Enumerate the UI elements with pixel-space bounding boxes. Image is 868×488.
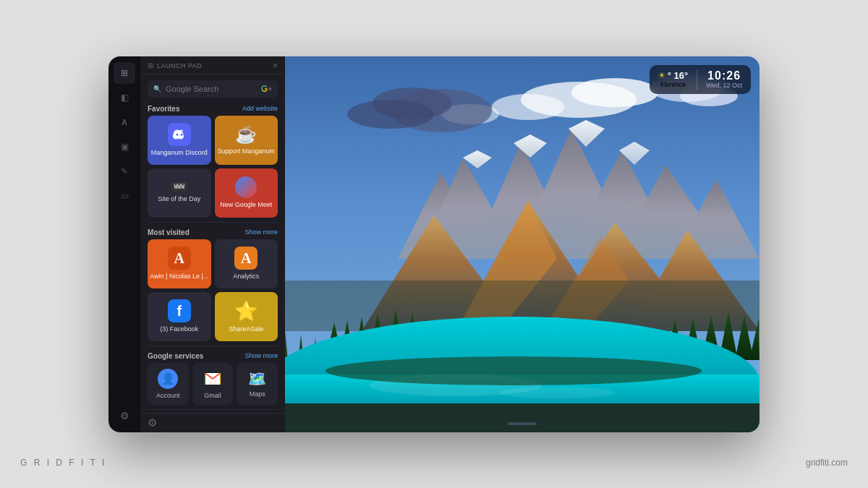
weather-widget: ☀ ° 16° Florence 10:26 Wed, 12 Oct	[650, 65, 751, 94]
service-account-label: Account	[156, 392, 180, 399]
tile-support[interactable]: ☕ Support Manganum	[215, 116, 278, 165]
weather-city: Florence	[660, 81, 686, 88]
tile-gmeet-label: New Google Meet	[220, 201, 272, 209]
sidebar-icon-column: ⊞ ◧ A ▣ ✎ ▭ ⚙	[109, 56, 140, 432]
add-website-btn[interactable]: Add website	[242, 105, 278, 112]
launchpad-grid-icon: ⊞	[148, 61, 153, 69]
most-visited-title: Most visited	[148, 228, 190, 236]
layers-icon-btn[interactable]: ◧	[114, 87, 135, 108]
browser-frame: ⊞ ◧ A ▣ ✎ ▭ ⚙	[109, 56, 760, 432]
weather-sun-icon: ☀	[658, 71, 665, 80]
google-services-show-more[interactable]: Show more	[244, 352, 278, 359]
brand-right: gridfiti.com	[806, 458, 848, 468]
google-services-title: Google services	[148, 352, 203, 360]
tile-analytics-label: Analytics	[233, 273, 259, 281]
launchpad-header: ⊞ LAUNCH PAD ×	[140, 56, 285, 74]
launchpad-panel: ⊞ LAUNCH PAD × 🔍 G ▾	[140, 56, 285, 432]
tile-gmeet[interactable]: G New Google Meet	[215, 168, 278, 218]
content-area: ☀ ° 16° Florence 10:26 Wed, 12 Oct	[285, 56, 760, 432]
launchpad-scroll[interactable]: Favorites Add website Manganum Discord	[140, 102, 285, 413]
search-icon: 🔍	[153, 85, 161, 93]
service-gmail[interactable]: Gmail	[192, 363, 234, 405]
service-maps[interactable]: 🗺️ Maps	[237, 363, 278, 405]
launchpad-close-btn[interactable]: ×	[273, 61, 278, 71]
tile-awin[interactable]: A Awin | Nicolas Le |...	[148, 239, 211, 288]
tile-shareasale[interactable]: ⭐ ShareASale	[215, 292, 278, 341]
google-g-icon: G	[261, 84, 268, 94]
search-bar[interactable]: 🔍 G ▾	[148, 80, 278, 98]
google-services-section: Google services Show more 👤 Account	[140, 349, 285, 409]
brand-left: G R I D F I T I	[20, 458, 106, 468]
settings-btn[interactable]: ⚙	[148, 416, 157, 429]
most-visited-section: Most visited Show more A Awin | Nicolas …	[140, 226, 285, 346]
date-display: Wed, 12 Oct	[706, 82, 742, 89]
translate-icon-btn[interactable]: A	[114, 111, 135, 133]
tile-siteday-label: Site of the Day	[158, 195, 200, 203]
tile-analytics[interactable]: A Analytics	[215, 239, 278, 288]
search-input[interactable]	[166, 85, 257, 93]
tile-discord-label: Manganum Discord	[151, 149, 208, 157]
settings-icon-btn[interactable]: ⚙	[114, 405, 135, 427]
tile-discord[interactable]: Manganum Discord	[148, 116, 211, 165]
favorites-title: Favorites	[148, 105, 179, 113]
service-account[interactable]: 👤 Account	[148, 363, 189, 405]
scroll-indicator	[508, 422, 537, 425]
grid-icon-btn[interactable]: ⊞	[114, 62, 135, 84]
chat-icon-btn[interactable]: ▭	[114, 185, 135, 207]
time-display: 10:26	[707, 69, 741, 82]
tile-shareasale-label: ShareASale	[229, 325, 263, 333]
launchpad-title: LAUNCH PAD	[157, 62, 202, 69]
service-gmail-label: Gmail	[204, 392, 221, 399]
tile-support-label: Support Manganum	[218, 147, 275, 155]
tile-facebook[interactable]: f (3) Facebook	[148, 292, 211, 341]
tile-facebook-label: (3) Facebook	[160, 325, 198, 333]
pen-icon-btn[interactable]: ✎	[114, 160, 135, 182]
tile-siteday[interactable]: WWW Site of the Day	[148, 168, 211, 218]
tile-awin-label: Awin | Nicolas Le |...	[148, 273, 210, 281]
weather-temp: ° 16°	[668, 70, 688, 81]
favorites-section: Favorites Add website Manganum Discord	[140, 102, 285, 222]
most-visited-show-more[interactable]: Show more	[244, 228, 278, 236]
image-icon-btn[interactable]: ▣	[114, 136, 135, 158]
service-maps-label: Maps	[250, 390, 265, 398]
